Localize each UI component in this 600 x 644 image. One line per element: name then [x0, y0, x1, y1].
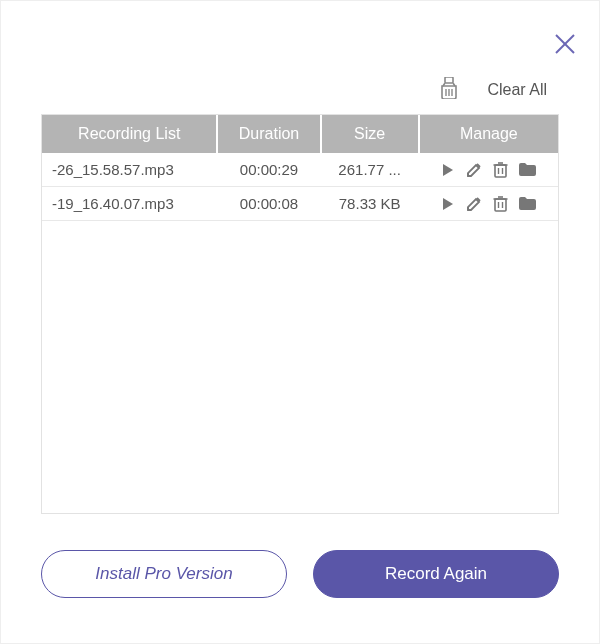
edit-icon[interactable]: [466, 195, 483, 212]
cell-name: -26_15.58.57.mp3: [42, 153, 217, 187]
col-header-size: Size: [321, 115, 419, 153]
table-row: -19_16.40.07.mp3 00:00:08 78.33 KB: [42, 187, 558, 221]
recording-table: Recording List Duration Size Manage -26_…: [41, 114, 559, 514]
table-row: -26_15.58.57.mp3 00:00:29 261.77 ...: [42, 153, 558, 187]
edit-icon[interactable]: [466, 161, 483, 178]
install-pro-button[interactable]: Install Pro Version: [41, 550, 287, 598]
cell-name: -19_16.40.07.mp3: [42, 187, 217, 221]
delete-icon[interactable]: [493, 161, 508, 178]
clear-all-button[interactable]: Clear All: [487, 81, 547, 99]
delete-icon[interactable]: [493, 195, 508, 212]
svg-rect-2: [445, 77, 453, 83]
folder-icon[interactable]: [518, 162, 536, 177]
col-header-manage: Manage: [419, 115, 558, 153]
record-again-button[interactable]: Record Again: [313, 550, 559, 598]
cell-duration: 00:00:29: [217, 153, 320, 187]
folder-icon[interactable]: [518, 196, 536, 211]
brush-icon[interactable]: [439, 77, 459, 102]
play-icon[interactable]: [440, 162, 456, 178]
cell-size: 261.77 ...: [321, 153, 419, 187]
col-header-duration: Duration: [217, 115, 320, 153]
cell-duration: 00:00:08: [217, 187, 320, 221]
cell-size: 78.33 KB: [321, 187, 419, 221]
close-icon[interactable]: [551, 30, 579, 58]
play-icon[interactable]: [440, 196, 456, 212]
svg-rect-8: [495, 165, 506, 177]
col-header-name: Recording List: [42, 115, 217, 153]
svg-rect-13: [495, 199, 506, 211]
